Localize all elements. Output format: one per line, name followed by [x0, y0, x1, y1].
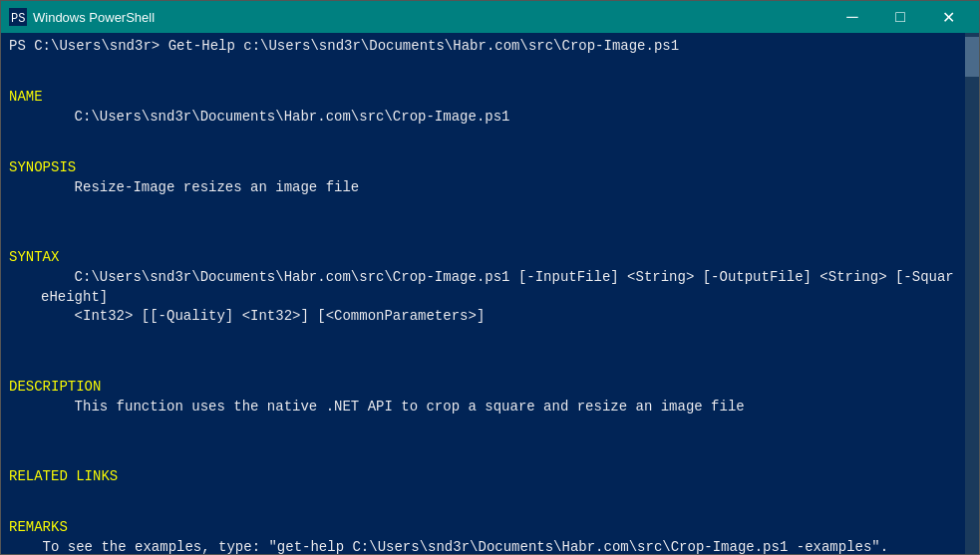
window-controls: ─ □ ✕ [829, 3, 971, 31]
name-content: C:\Users\snd3r\Documents\Habr.com\src\Cr… [9, 108, 957, 128]
spacer-8 [9, 436, 957, 456]
scrollbar[interactable] [965, 33, 979, 554]
syntax-content-1: C:\Users\snd3r\Documents\Habr.com\src\Cr… [9, 268, 957, 307]
spacer-6 [9, 346, 957, 366]
scrollbar-thumb[interactable] [965, 37, 979, 77]
spacer-5 [9, 327, 957, 347]
synopsis-content: Resize-Image resizes an image file [9, 178, 957, 198]
syntax-content-2: <Int32> [[-Quality] <Int32>] [<CommonPar… [9, 307, 957, 327]
maximize-button[interactable]: □ [877, 3, 923, 31]
spacer-3 [9, 197, 957, 217]
related-links-header: RELATED LINKS [9, 467, 957, 487]
remarks-line1: To see the examples, type: "get-help C:\… [9, 538, 957, 554]
spacer-1 [9, 57, 957, 77]
remarks-header: REMARKS [9, 518, 957, 538]
close-button[interactable]: ✕ [925, 3, 971, 31]
titlebar-left: PS Windows PowerShell [9, 8, 155, 26]
spacer-7 [9, 416, 957, 436]
description-header: DESCRIPTION [9, 378, 957, 398]
synopsis-header: SYNOPSIS [9, 158, 957, 178]
window-title: Windows PowerShell [33, 10, 155, 25]
terminal[interactable]: PS C:\Users\snd3r> Get-Help c:\Users\snd… [1, 33, 965, 554]
powershell-icon: PS [9, 8, 27, 26]
spacer-2 [9, 127, 957, 146]
spacer-9 [9, 487, 957, 507]
powershell-window: PS Windows PowerShell ─ □ ✕ PS C:\Users\… [0, 0, 980, 555]
content-area: PS C:\Users\snd3r> Get-Help c:\Users\snd… [1, 33, 979, 554]
svg-text:PS: PS [11, 12, 25, 26]
syntax-header: SYNTAX [9, 248, 957, 268]
titlebar: PS Windows PowerShell ─ □ ✕ [1, 1, 979, 33]
description-content: This function uses the native .NET API t… [9, 398, 957, 417]
prompt-line: PS C:\Users\snd3r> Get-Help c:\Users\snd… [9, 37, 957, 57]
minimize-button[interactable]: ─ [829, 3, 875, 31]
spacer-4 [9, 217, 957, 237]
name-header: NAME [9, 88, 957, 108]
